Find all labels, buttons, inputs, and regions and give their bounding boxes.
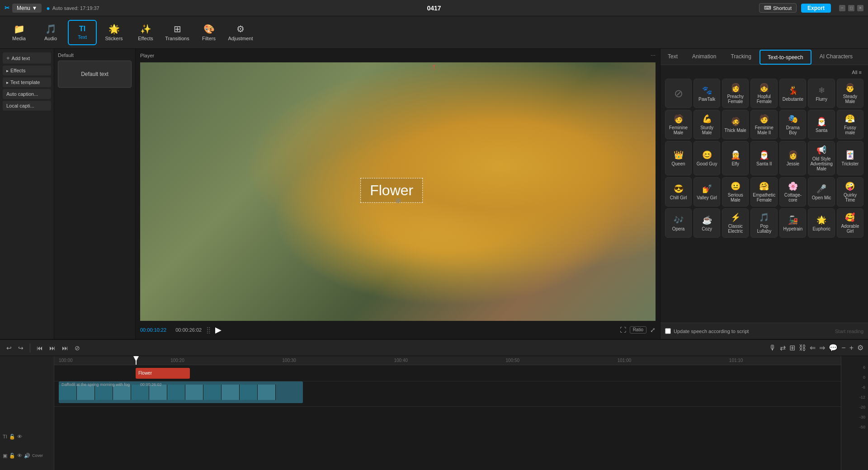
maximize-button[interactable]: □ — [848, 5, 854, 11]
voice-item-flurry[interactable]: ❄ Flurry — [808, 79, 835, 108]
timeline-delete-button[interactable]: ⊘ — [73, 343, 82, 352]
chill-girl-icon: 😎 — [674, 184, 684, 194]
voice-item-serious-male[interactable]: 😐 Serious Male — [722, 177, 749, 207]
voice-item-pop-lullaby[interactable]: 🎵 Pop Lullaby — [750, 208, 778, 238]
timeline-redo-button[interactable]: ↪ — [16, 343, 25, 352]
export-button[interactable]: Export — [801, 4, 831, 13]
voice-item-preachy-female[interactable]: 👩 Preachy Female — [722, 79, 749, 108]
close-button[interactable]: × — [857, 5, 863, 11]
lock-icon[interactable]: 🔓 — [9, 434, 15, 440]
voice-item-quirky-time[interactable]: 🤪 Quirky Time — [837, 177, 863, 207]
timeline-trim-left-button[interactable]: ⏭ — [47, 343, 57, 352]
tab-animation[interactable]: Animation — [685, 49, 723, 65]
update-speech-checkbox[interactable] — [665, 328, 671, 334]
voice-item-santa[interactable]: 🎅 Santa — [808, 110, 835, 139]
sidebar-item-local-caption[interactable]: Local capti... — [3, 101, 51, 111]
toolbar-adjustment[interactable]: ⚙ Adjustment — [226, 20, 255, 45]
toolbar-transitions[interactable]: ⊞ Transitions — [163, 20, 192, 45]
voice-item-classic-electric[interactable]: ⚡ Classic Electric — [722, 208, 749, 238]
voice-item-trickster[interactable]: 🃏 Trickster — [837, 141, 863, 175]
voice-item-elfy[interactable]: 🧝 Elfy — [722, 141, 749, 175]
voice-item-euphoric[interactable]: 🌟 Euphoric — [808, 208, 835, 238]
voice-item-pawtalk[interactable]: 🐾 PawTalk — [693, 79, 720, 108]
voice-item-steady-male[interactable]: 👨 Steady Male — [837, 79, 863, 108]
tab-tracking[interactable]: Tracking — [723, 49, 759, 65]
voice-item-opera[interactable]: 🎶 Opera — [665, 208, 692, 238]
voice-item-empathetic-female[interactable]: 🤗 Empathetic Female — [750, 177, 778, 207]
all-filter-button[interactable]: All ≡ — [852, 70, 862, 75]
voice-item-thick-male[interactable]: 🧔 Thick Male — [722, 110, 749, 139]
video-lock-icon[interactable]: 🔓 — [9, 453, 15, 459]
toolbar-stickers[interactable]: 🌟 Stickers — [99, 20, 128, 45]
text-clip[interactable]: Flower — [136, 368, 190, 379]
sidebar-item-effects[interactable]: ▸ Effects — [3, 66, 51, 75]
text-overlay[interactable]: Flower — [360, 178, 423, 203]
timeline-track-labels: TI 🔓 👁 ▣ 🔓 👁 🔊 Cover — [0, 356, 54, 470]
settings-icon[interactable]: ⚙ — [857, 343, 863, 352]
toolbar-effects[interactable]: ✨ Effects — [131, 20, 160, 45]
tab-text-to-speech[interactable]: Text-to-speech — [760, 50, 811, 65]
voice-item-hypetrain[interactable]: 🚂 Hypetrain — [779, 208, 806, 238]
arrow-right-icon[interactable]: ⇒ — [819, 343, 825, 352]
play-button[interactable]: ▶ — [215, 325, 222, 335]
voice-item-adorable-girl[interactable]: 🥰 Adorable Girl — [837, 208, 863, 238]
video-audio-icon[interactable]: 🔊 — [24, 453, 30, 459]
eye-icon[interactable]: 👁 — [17, 434, 22, 439]
toolbar-filters[interactable]: 🎨 Filters — [194, 20, 223, 45]
voice-item-jessie[interactable]: 👩 Jessie — [779, 141, 806, 175]
voice-item-queen[interactable]: 👑 Queen — [665, 141, 692, 175]
start-reading-button[interactable]: Start reading — [835, 329, 863, 334]
voice-item-hopful-female[interactable]: 👧 Hopful Female — [750, 79, 778, 108]
fullscreen-icon[interactable]: ⛶ — [620, 326, 626, 334]
minus-icon[interactable]: − — [841, 344, 845, 352]
player-canvas[interactable]: Flower ⊕ — [140, 62, 656, 321]
toolbar-audio[interactable]: 🎵 Audio — [36, 20, 65, 45]
pop-lullaby-icon: 🎵 — [759, 212, 769, 222]
voice-item-none[interactable]: ⊘ — [665, 79, 692, 108]
ratio-button[interactable]: Ratio — [630, 326, 646, 334]
voice-item-chill-girl[interactable]: 😎 Chill Girl — [665, 177, 692, 207]
voice-item-sturdy-male[interactable]: 💪 Sturdy Male — [693, 110, 720, 139]
toolbar-media[interactable]: 📁 Media — [5, 20, 33, 45]
video-eye-icon[interactable]: 👁 — [17, 453, 22, 458]
sidebar-item-text-template[interactable]: ▸ Text template — [3, 77, 51, 87]
timeline-undo-button[interactable]: ↩ — [5, 343, 14, 352]
voice-item-debutante[interactable]: 💃 Debutante — [779, 79, 806, 108]
menu-button[interactable]: Menu ▼ — [12, 4, 42, 13]
toolbar-text[interactable]: TI Text — [68, 20, 97, 45]
update-speech-checkbox-area[interactable]: Update speech according to script — [665, 328, 749, 334]
player-menu-icon[interactable]: ⋯ — [651, 53, 656, 59]
sidebar-item-auto-caption[interactable]: Auto caption... — [3, 89, 51, 99]
voice-item-cozy[interactable]: ☕ Cozy — [693, 208, 720, 238]
voice-item-santa-ii[interactable]: 🎅 Santa II — [750, 141, 778, 175]
voice-item-fussy-male[interactable]: 😤 Fussy male — [837, 110, 863, 139]
arrow-left-icon[interactable]: ⇐ — [810, 343, 816, 352]
link-icon[interactable]: ⇄ — [780, 343, 786, 352]
voice-item-feminine-male-ii[interactable]: 🧑 Feminine Male II — [750, 110, 778, 139]
video-clip[interactable]: Daffodil at the spring morning with fog … — [59, 381, 303, 403]
sidebar-item-add-text[interactable]: + Add text — [3, 52, 51, 64]
timeline-trim-right-button[interactable]: ⏭ — [60, 343, 70, 352]
expand-icon[interactable]: ⤢ — [650, 326, 656, 334]
speech-bubble-icon[interactable]: 💬 — [829, 343, 838, 352]
player-right-controls: ⛶ Ratio ⤢ — [620, 326, 656, 334]
film-frame — [113, 385, 131, 400]
microphone-icon[interactable]: 🎙 — [769, 344, 776, 352]
default-text-item[interactable]: Default text — [58, 61, 132, 88]
voice-item-drama-boy[interactable]: 🎭 Drama Boy — [779, 110, 806, 139]
chain-icon[interactable]: ⛓ — [799, 344, 806, 352]
voice-item-old-style-adv[interactable]: 📢 Old Style Advertising Male — [808, 141, 835, 175]
timeline-split-button[interactable]: ⏮ — [35, 343, 45, 352]
minimize-button[interactable]: − — [839, 5, 845, 11]
plus-icon[interactable]: + — [849, 344, 854, 352]
voice-item-open-mic[interactable]: 🎤 Open Mic — [808, 177, 835, 207]
tab-ai-characters[interactable]: AI Characters — [812, 49, 860, 65]
playhead[interactable] — [136, 356, 137, 365]
tab-text[interactable]: Text — [660, 49, 685, 65]
split-icon[interactable]: ⊞ — [789, 343, 795, 352]
voice-item-feminine-male[interactable]: 🧑 Feminine Male — [665, 110, 692, 139]
voice-item-good-guy[interactable]: 😊 Good Guy — [693, 141, 720, 175]
shortcut-button[interactable]: ⌨ Shortcut — [759, 3, 797, 13]
voice-item-valley-girl[interactable]: 💅 Valley Girl — [693, 177, 720, 207]
voice-item-cottage-core[interactable]: 🌸 Cottage-core — [779, 177, 806, 207]
